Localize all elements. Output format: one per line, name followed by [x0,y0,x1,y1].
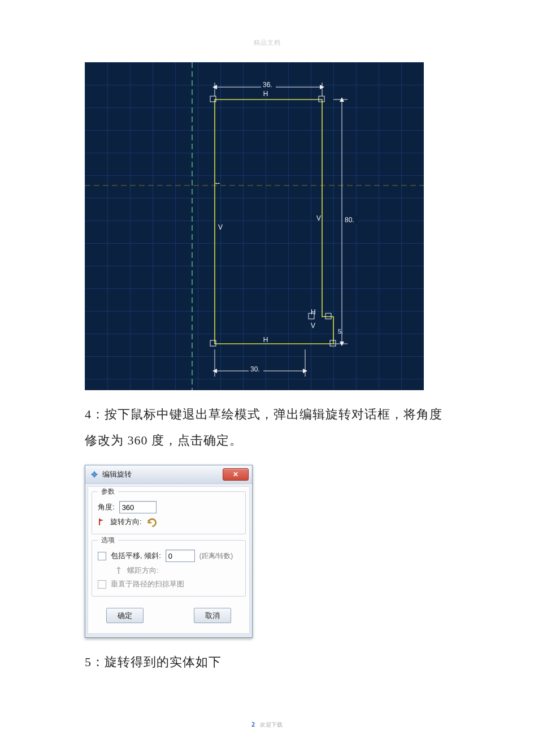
close-icon: ✕ [233,470,238,478]
constraint-h2: H [311,308,316,316]
cancel-button[interactable]: 取消 [194,608,231,623]
pitch-input[interactable] [166,550,195,562]
close-button[interactable]: ✕ [223,468,249,481]
constraint-h: H [263,90,268,98]
group-parameters-label: 参数 [98,487,118,496]
watermark-text: 精品文档 [254,38,281,47]
svg-rect-1 [85,62,424,390]
dim-right: 80. [345,216,354,224]
rotation-direction-label: 旋转方向: [110,517,142,527]
revolve-icon [90,470,99,479]
revolve-dialog: 编辑旋转 ✕ 参数 角度: [85,465,253,638]
include-translate-checkbox[interactable] [98,552,106,560]
svg-text:↔: ↔ [214,179,221,187]
ok-button[interactable]: 确定 [106,608,144,623]
cancel-button-label: 取消 [205,611,220,621]
footer-text: 欢迎下载 [260,722,283,728]
constraint-v: V [218,223,223,231]
perpendicular-sweep-label: 垂直于路径的扫掠草图 [111,579,184,589]
group-options: 选项 包括平移, 倾斜: (距离/转数) 螺距方向: [92,540,246,597]
group-parameters: 参数 角度: 旋转方向: [92,491,246,534]
perpendicular-sweep-checkbox [98,580,106,589]
pitch-unit: (距离/转数) [199,551,233,561]
dim-step: 5. [338,328,343,335]
svg-rect-26 [99,519,100,525]
page-footer: 2 欢迎下载 [251,720,283,729]
dialog-titlebar[interactable]: 编辑旋转 ✕ [85,465,252,484]
flag-icon [98,518,106,526]
include-translate-label: 包括平移, 倾斜: [111,551,161,561]
dialog-title-text: 编辑旋转 [102,469,132,479]
dim-bottom: 30. [250,365,260,373]
group-options-label: 选项 [98,535,118,545]
svg-rect-24 [94,471,95,478]
pitch-direction-icon [115,567,123,574]
ok-button-label: 确定 [118,611,132,621]
page-number: 2 [251,720,255,728]
constraint-v2: V [316,214,321,222]
pitch-direction-label: 螺距方向: [127,565,159,576]
rotate-arrow-icon[interactable] [146,517,157,527]
step5-paragraph: 5：旋转得到的实体如下 [85,649,449,675]
angle-input[interactable] [119,501,157,513]
cad-sketch-svg: ↔ H V V H H V 36. [85,62,424,390]
constraint-h3: H [263,336,268,344]
cad-sketch-figure: ↔ H V V H H V 36. [85,62,424,390]
angle-label: 角度: [98,502,115,512]
constraint-v3: V [311,322,315,330]
step4-paragraph: 4：按下鼠标中键退出草绘模式，弹出编辑旋转对话框，将角度修改为 360 度，点击… [85,401,449,453]
dim-top: 36. [263,81,272,89]
